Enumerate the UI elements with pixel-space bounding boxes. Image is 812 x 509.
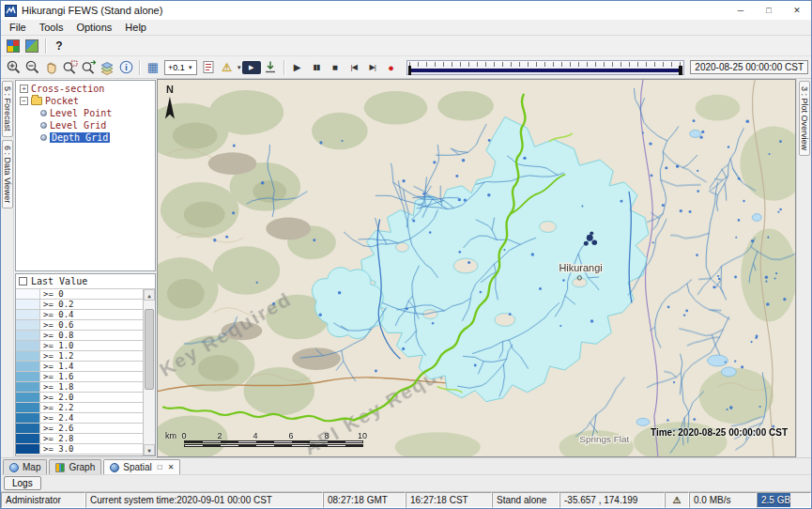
scroll-up-icon[interactable]: ▲	[144, 289, 155, 301]
map-scale-bar: km 0 2 4 6 8 10	[165, 431, 391, 447]
main-toolbar: ?	[1, 36, 811, 56]
explorer-button[interactable]	[4, 37, 23, 55]
threshold-combo[interactable]: +0.1 ▼	[164, 60, 197, 75]
last-value-checkbox[interactable]	[19, 277, 27, 285]
tree-item-pocket[interactable]: − Pocket	[16, 95, 155, 107]
legend-color-swatch	[16, 393, 40, 402]
legend-row-label: >= 2.0	[40, 393, 143, 402]
display-play-icon: ▶	[242, 61, 261, 74]
zoom-previous-button[interactable]	[79, 58, 98, 77]
zoom-out-button[interactable]	[23, 58, 41, 77]
layers-button[interactable]	[98, 58, 116, 77]
node-bullet-icon	[40, 134, 47, 141]
info-button[interactable]: i	[116, 58, 135, 77]
minimize-button[interactable]: ─	[727, 1, 755, 20]
map-viewport[interactable]: API Key Required API Key Required	[157, 79, 796, 457]
right-dock-strip: 3 : Plot Overview	[796, 79, 811, 457]
legend-row: >= 0.8	[16, 331, 143, 341]
expand-icon[interactable]: +	[20, 85, 28, 93]
timeline-slider[interactable]	[406, 60, 685, 75]
chevron-down-icon: ▼	[188, 65, 193, 70]
maximize-button[interactable]: □	[755, 1, 783, 20]
thresholds-warning-button[interactable]: ⚠	[218, 58, 237, 77]
legend-scrollbar[interactable]: ▲ ▼	[143, 289, 155, 455]
folder-icon	[31, 97, 42, 105]
node-bullet-icon	[40, 110, 47, 116]
legend-row: >= 1.2	[16, 351, 143, 362]
tree-item-depth-grid[interactable]: Depth Grid	[16, 131, 155, 144]
grid-display-button[interactable]: ▦	[144, 58, 162, 77]
scale-tick: 10	[358, 431, 367, 440]
legend-row-label: >= 1.8	[40, 382, 143, 392]
legend-header: Last Value	[16, 274, 155, 288]
legend-row: >= 0.4	[16, 310, 143, 320]
scrollbar-thumb[interactable]	[145, 309, 154, 390]
toolbar-separator	[283, 60, 284, 75]
pause-button[interactable]: ▮▮	[307, 58, 326, 77]
forecast-tree: + Cross-section − Pocket Level Point Lev…	[15, 80, 156, 271]
status-bar: Administrator Current system time:2020-0…	[1, 491, 811, 508]
restore-panel-button[interactable]: □	[158, 463, 162, 471]
map-display-button[interactable]	[23, 37, 41, 55]
zoom-in-button[interactable]	[4, 58, 23, 77]
app-window: Hikurangi FEWS (Stand alone) ─ □ ✕ File …	[0, 0, 812, 509]
close-panel-button[interactable]: ✕	[168, 463, 175, 471]
play-button[interactable]: ▶	[288, 58, 307, 77]
export-button[interactable]	[261, 58, 280, 77]
legend-row-label: >= 0	[40, 289, 143, 299]
tree-item-label: Cross-section	[31, 84, 104, 94]
step-forward-button[interactable]: ▶|	[363, 58, 382, 77]
legend-row: >= 2.4	[16, 413, 143, 424]
sidebar-tab-plot-overview[interactable]: 3 : Plot Overview	[799, 81, 810, 156]
menu-tools[interactable]: Tools	[33, 22, 70, 33]
zoom-box-button[interactable]	[60, 58, 79, 77]
tree-item-level-point[interactable]: Level Point	[16, 107, 155, 119]
toolbar-separator	[139, 60, 140, 75]
status-mode: Stand alone	[492, 492, 559, 508]
tab-graph[interactable]: Graph	[49, 459, 101, 474]
tab-spatial[interactable]: Spatial □ ✕	[103, 459, 180, 474]
left-panel: + Cross-section − Pocket Level Point Lev…	[14, 79, 157, 457]
logs-button[interactable]: Logs	[4, 476, 41, 490]
scrollbar-track[interactable]	[144, 301, 155, 444]
legend-row: >= 1.8	[16, 382, 143, 393]
legend-row-label: >= 1.4	[40, 362, 143, 371]
legend-row-label: >= 3.0	[40, 444, 143, 454]
tab-map[interactable]: Map	[3, 459, 47, 474]
profile-button[interactable]	[199, 58, 218, 77]
menu-help[interactable]: Help	[118, 22, 153, 33]
close-button[interactable]: ✕	[783, 1, 811, 20]
status-transfer-rate: 0.0 MB/s	[689, 492, 757, 508]
scale-tick: 0	[181, 431, 186, 440]
status-local-time: 16:27:18 CST	[406, 492, 492, 508]
legend-row-label: >= 1.0	[40, 341, 143, 350]
record-button[interactable]: ●	[382, 58, 401, 77]
menu-file[interactable]: File	[3, 22, 33, 33]
info-icon: i	[118, 59, 134, 75]
sidebar-tab-forecast[interactable]: 5 : Forecast	[2, 81, 13, 137]
pan-button[interactable]	[41, 58, 60, 77]
help-button[interactable]: ?	[50, 37, 69, 55]
legend-color-swatch	[16, 331, 40, 340]
explorer-icon	[7, 39, 20, 53]
stop-button[interactable]: ■	[326, 58, 345, 77]
menu-options[interactable]: Options	[69, 22, 118, 33]
map-toolbar: i ▦ +0.1 ▼ ⚠ ▼ ▶ ▶ ▮▮ ■ |◀ ▶| ● 2020-08-…	[1, 56, 811, 79]
open-display-button[interactable]: ▶	[242, 58, 261, 77]
view-tab-bar: Map Graph Spatial □ ✕	[1, 457, 811, 474]
tree-item-cross-section[interactable]: + Cross-section	[16, 83, 155, 95]
legend-color-swatch	[16, 382, 40, 392]
sidebar-tab-data-viewer[interactable]: 6 : Data Viewer	[2, 140, 13, 208]
legend-row: >= 2.6	[16, 424, 143, 434]
download-icon	[263, 59, 278, 75]
collapse-icon[interactable]: −	[20, 97, 28, 105]
legend-row-label: >= 0.2	[40, 300, 143, 309]
legend-row-label: >= 0.8	[40, 331, 143, 340]
scale-tick-labels: 0 2 4 6 8 10	[184, 431, 386, 440]
window-title: Hikurangi FEWS (Stand alone)	[22, 5, 162, 16]
legend-row-label: >= 2.8	[40, 434, 143, 443]
step-back-button[interactable]: |◀	[345, 58, 363, 77]
scroll-down-icon[interactable]: ▼	[144, 444, 155, 455]
app-icon	[5, 5, 17, 17]
tree-item-level-grid[interactable]: Level Grid	[16, 119, 155, 131]
